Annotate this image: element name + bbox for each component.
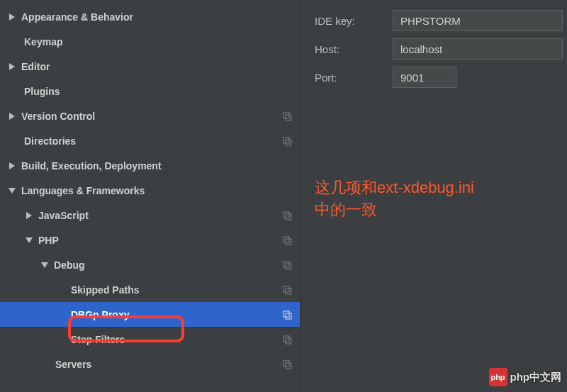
annotation-text: 这几项和ext-xdebug.ini 中的一致 (315, 177, 474, 221)
copy-icon (281, 259, 293, 271)
sidebar-item-label: Servers (55, 359, 281, 370)
chevron-right-icon (7, 162, 17, 169)
sidebar-item-label: Skipped Paths (71, 284, 281, 296)
svg-rect-19 (286, 289, 291, 294)
svg-marker-15 (41, 262, 48, 268)
sidebar-item-plugins[interactable]: Plugins (0, 79, 300, 103)
sidebar-item-label: PHP (38, 235, 281, 246)
copy-icon (281, 334, 293, 345)
copy-icon (281, 309, 293, 320)
sidebar-item-version-control[interactable]: Version Control (0, 103, 300, 128)
svg-marker-9 (26, 212, 32, 219)
sidebar-item-step-filters[interactable]: Step Filters (0, 327, 300, 352)
chevron-right-icon (24, 212, 34, 219)
copy-icon (281, 359, 293, 370)
svg-rect-14 (286, 239, 291, 245)
svg-rect-10 (284, 212, 289, 218)
settings-panel: IDE key: Host: Port: 这几项和ext-xdebug.ini … (301, 0, 567, 392)
sidebar-item-javascript[interactable]: JavaScript (0, 203, 300, 228)
sidebar-item-label: Version Control (21, 111, 281, 122)
chevron-down-icon (7, 188, 17, 194)
sidebar-item-label: Editor (21, 61, 293, 72)
annotation-line: 中的一致 (315, 199, 474, 221)
chevron-right-icon (7, 13, 17, 21)
sidebar-item-label: DBGp Proxy (71, 309, 281, 320)
copy-icon (281, 235, 293, 246)
copy-icon (281, 111, 293, 122)
sidebar-item-label: JavaScript (38, 210, 281, 221)
svg-rect-16 (284, 262, 289, 267)
ide-key-input[interactable] (393, 10, 563, 31)
svg-marker-0 (9, 13, 15, 21)
chevron-right-icon (7, 63, 17, 70)
svg-marker-12 (26, 237, 33, 243)
form-row-ide-key: IDE key: (315, 10, 567, 31)
sidebar-item-label: Build, Execution, Deployment (21, 160, 293, 172)
svg-rect-22 (284, 336, 289, 342)
svg-rect-3 (284, 113, 289, 118)
svg-rect-20 (284, 311, 289, 317)
port-label: Port: (315, 72, 393, 84)
ide-key-label: IDE key: (315, 15, 393, 27)
svg-marker-8 (9, 188, 16, 194)
chevron-right-icon (7, 113, 17, 120)
svg-rect-11 (286, 214, 291, 220)
host-label: Host: (315, 43, 393, 55)
svg-rect-21 (286, 313, 291, 319)
sidebar-item-keymap[interactable]: Keymap (0, 29, 300, 54)
sidebar-item-label: Plugins (24, 86, 293, 97)
watermark-logo-icon: php (489, 368, 507, 386)
svg-marker-7 (9, 162, 15, 169)
sidebar-item-label: Step Filters (71, 334, 281, 345)
sidebar-item-label: Appearance & Behavior (21, 11, 293, 23)
watermark: php php中文网 (489, 368, 562, 386)
chevron-down-icon (24, 237, 34, 243)
sidebar-item-php[interactable]: PHP (0, 228, 300, 252)
sidebar-item-label: Directories (24, 135, 281, 147)
sidebar-item-skipped-paths[interactable]: Skipped Paths (0, 277, 300, 302)
svg-rect-5 (284, 138, 289, 143)
sidebar-item-debug[interactable]: Debug (0, 252, 300, 277)
form-row-host: Host: (315, 38, 567, 60)
svg-rect-24 (284, 361, 289, 366)
sidebar-item-languages-frameworks[interactable]: Languages & Frameworks (0, 178, 300, 203)
sidebar-item-editor[interactable]: Editor (0, 54, 300, 79)
svg-rect-18 (284, 286, 289, 292)
svg-marker-1 (9, 63, 15, 70)
sidebar-item-build-execution-deployment[interactable]: Build, Execution, Deployment (0, 153, 300, 178)
chevron-down-icon (40, 262, 50, 268)
form-row-port: Port: (315, 67, 567, 88)
sidebar-item-directories[interactable]: Directories (0, 128, 300, 153)
sidebar-item-dbgp-proxy[interactable]: DBGp Proxy (0, 302, 300, 327)
settings-sidebar: Appearance & Behavior Keymap Editor Plug… (0, 0, 301, 392)
sidebar-item-label: Languages & Frameworks (21, 185, 293, 196)
svg-rect-23 (286, 338, 291, 344)
svg-rect-6 (286, 140, 291, 145)
copy-icon (281, 210, 293, 221)
svg-marker-2 (9, 113, 15, 120)
svg-rect-4 (286, 115, 291, 121)
copy-icon (281, 284, 293, 296)
sidebar-item-label: Keymap (24, 36, 293, 47)
sidebar-item-servers[interactable]: Servers (0, 352, 300, 376)
svg-rect-25 (286, 363, 291, 369)
port-input[interactable] (393, 67, 456, 88)
watermark-text: php中文网 (510, 371, 562, 384)
svg-rect-17 (286, 264, 291, 269)
host-input[interactable] (393, 38, 563, 60)
sidebar-item-appearance-behavior[interactable]: Appearance & Behavior (0, 4, 300, 29)
annotation-line: 这几项和ext-xdebug.ini (315, 177, 474, 199)
sidebar-item-label: Debug (54, 259, 281, 271)
copy-icon (281, 135, 293, 147)
svg-rect-13 (284, 237, 289, 242)
